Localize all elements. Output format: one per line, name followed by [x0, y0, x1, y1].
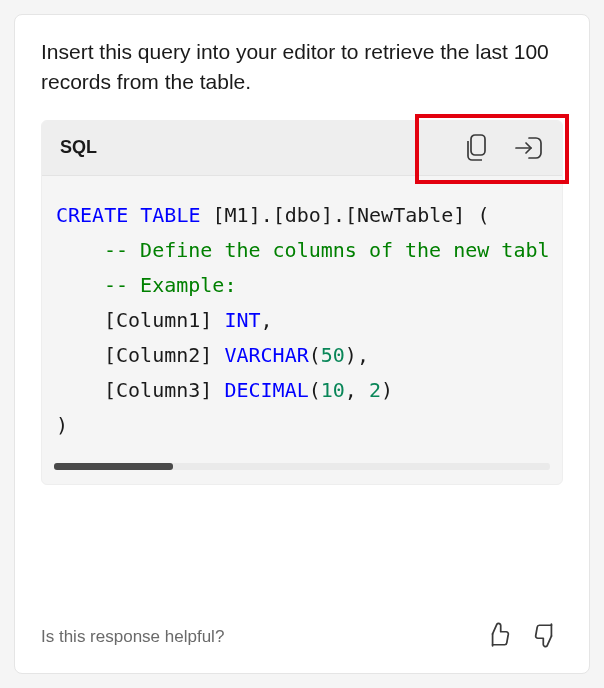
code-line: [Column2] VARCHAR(50),: [56, 338, 548, 373]
copy-button[interactable]: [464, 133, 490, 163]
code-line: [Column1] INT,: [56, 303, 548, 338]
thumbs-up-button[interactable]: [481, 618, 515, 655]
code-frame: SQL: [41, 120, 563, 485]
thumbs-up-icon: [485, 622, 511, 648]
scrollbar-horizontal[interactable]: [54, 463, 550, 470]
feedback-prompt: Is this response helpful?: [41, 627, 224, 647]
code-body: CREATE TABLE [M1].[dbo].[NewTable] ( -- …: [42, 176, 562, 461]
code-header: SQL: [42, 121, 562, 176]
code-language-label: SQL: [60, 137, 97, 158]
insert-button[interactable]: [514, 135, 544, 161]
copy-icon: [464, 133, 490, 163]
scrollbar-thumb[interactable]: [54, 463, 173, 470]
code-line: [Column3] DECIMAL(10, 2): [56, 373, 548, 408]
code-line: -- Define the columns of the new tabl: [56, 233, 548, 268]
feedback-actions: [481, 618, 563, 655]
code-line: CREATE TABLE [M1].[dbo].[NewTable] (: [56, 198, 548, 233]
thumbs-down-icon: [533, 622, 559, 648]
response-card: Insert this query into your editor to re…: [14, 14, 590, 674]
code-actions: [464, 133, 544, 163]
feedback-footer: Is this response helpful?: [41, 596, 563, 655]
code-line: ): [56, 408, 548, 443]
svg-rect-0: [471, 135, 485, 155]
code-block: SQL: [41, 120, 563, 485]
code-line: -- Example:: [56, 268, 548, 303]
intro-text: Insert this query into your editor to re…: [41, 37, 563, 98]
thumbs-down-button[interactable]: [529, 618, 563, 655]
insert-icon: [514, 135, 544, 161]
